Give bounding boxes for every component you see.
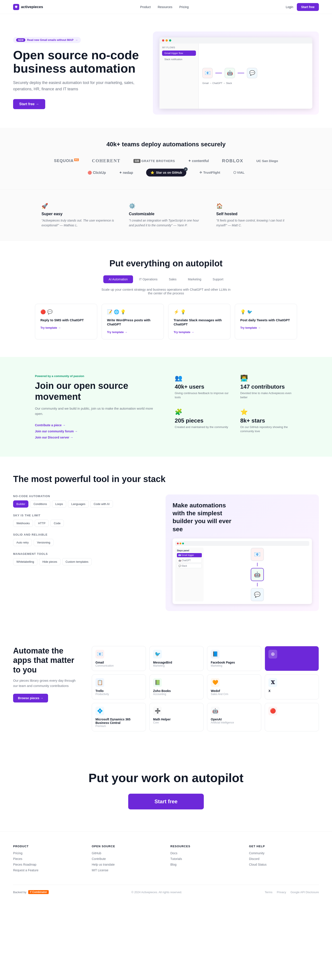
nav-item-resources[interactable]: Resources <box>158 5 172 9</box>
app-card-gmail[interactable]: 📧 Gmail Communication <box>92 646 146 671</box>
footer-terms[interactable]: Terms <box>265 891 272 894</box>
app-card-twitter[interactable]: 𝕏 X <box>265 675 319 699</box>
footer-link-tutorials[interactable]: Tutorials <box>170 857 240 861</box>
logo-gratte: GB GRATTE BROTHERS <box>133 159 175 163</box>
os-link-discord[interactable]: Join our Discord server → <box>35 436 157 439</box>
template-icons-2: 📝 🌐 💡 <box>107 309 158 315</box>
tag-hide-pieces[interactable]: Hide pieces <box>39 558 60 565</box>
tag-loops[interactable]: Loops <box>52 500 66 508</box>
autopilot-title: Put everything on autopilot <box>13 258 319 268</box>
app-card-extra2[interactable]: 🔴 <box>265 703 319 731</box>
app-card-openai[interactable]: 🤖 OpenAI Artificial Intelligence <box>207 703 261 731</box>
tab-support[interactable]: Support <box>207 275 229 283</box>
os-link-forum[interactable]: Join our community forum → <box>35 430 157 433</box>
footer-link-blog[interactable]: Blog <box>170 863 240 866</box>
app-name-gmail: Gmail <box>95 661 142 664</box>
footer-link-contribute[interactable]: Contribute <box>92 857 161 861</box>
feature-group-solid: Solid and reliable Auto retry Versioning <box>13 533 152 546</box>
footer-link-docs[interactable]: Docs <box>170 851 240 855</box>
cta-title: Put your work on autopilot <box>13 771 319 785</box>
tag-versioning[interactable]: Versioning <box>34 539 54 546</box>
template-btn-1[interactable]: Try template → <box>40 326 61 329</box>
template-btn-2[interactable]: Try template → <box>107 331 127 334</box>
group-title-solid: Solid and reliable <box>13 533 152 536</box>
footer-bottom: Backed by Y Combinator © 2024 Activepiec… <box>13 885 319 894</box>
logo-roblox: ROBLOX <box>222 158 243 163</box>
stat-users-icon: 👥 <box>175 374 232 382</box>
github-banner[interactable]: ⭐ Star us on GitHub × <box>146 169 186 177</box>
footer-col-title-product: PRODUCT <box>13 845 83 848</box>
logo-text: activepieces <box>21 5 43 9</box>
tab-description: Scale up your content strategy and busin… <box>100 288 232 295</box>
login-button[interactable]: Login <box>286 5 293 9</box>
app-card-zoho[interactable]: 📗 Zoho Books Accounting <box>149 675 204 699</box>
nav-item-product[interactable]: Product <box>140 5 151 9</box>
tag-whitelabelling[interactable]: Whitelabelling <box>13 558 37 565</box>
footer-link-roadmap[interactable]: Pieces Roadmap <box>13 863 83 866</box>
logo[interactable]: activepieces <box>13 4 43 10</box>
tab-it-operations[interactable]: IT Operations <box>134 275 163 283</box>
automate-section: Automate the apps that matter to you Our… <box>0 628 332 749</box>
footer-copyright: © 2024 Activepieces. All rights reserved… <box>131 891 182 894</box>
badge-arrow-icon: → <box>75 38 78 41</box>
tag-code[interactable]: Code <box>51 520 64 527</box>
tags-mgmt: Whitelabelling Hide pieces Custom templa… <box>13 558 152 565</box>
hero-badge[interactable]: NEW Read new Gmail emails without IMAP → <box>13 37 81 43</box>
logo-vial: ⬡ VIAL <box>233 170 244 175</box>
tag-code-ai[interactable]: Code with AI <box>90 500 113 508</box>
os-description: Our community and we build in public, jo… <box>35 406 157 417</box>
hero-title: Open source no-code business automation <box>13 48 140 75</box>
powerful-right: Make automations with the simplest build… <box>166 495 319 611</box>
open-source-section: Powered by a community of passion Join o… <box>0 357 332 457</box>
app-card-wedof[interactable]: 🧡 Wedof Sales And Crm <box>207 675 261 699</box>
footer-privacy[interactable]: Privacy <box>277 891 286 894</box>
github-close-icon[interactable]: × <box>184 167 188 171</box>
tag-conditions[interactable]: Conditions <box>30 500 50 508</box>
tag-builder[interactable]: Builder <box>13 500 28 508</box>
stat-pieces-desc: Created and maintained by the community <box>175 425 232 429</box>
footer-link-community[interactable]: Community <box>249 851 319 855</box>
app-card-mathhelper[interactable]: ➗ Math Helper Core <box>149 703 204 731</box>
stat-pieces: 🧩 205 pieces Created and maintained by t… <box>175 408 232 433</box>
backed-by: Backed by Y Combinator <box>13 890 49 894</box>
template-icons-4: 💡 🐦 <box>240 309 292 315</box>
template-btn-4[interactable]: Try template → <box>240 326 261 329</box>
tag-webhooks[interactable]: Webhooks <box>13 520 33 527</box>
app-cat-openai: Artificial Intelligence <box>211 721 258 724</box>
feature-self-hosted: 🏠 Self hosted "It feels good to have con… <box>216 203 291 228</box>
app-cat-wedof: Sales And Crm <box>211 693 258 696</box>
tag-auto-retry[interactable]: Auto retry <box>13 539 32 546</box>
stat-stars-desc: On our GitHub repository showing the com… <box>240 425 297 433</box>
browse-pieces-button[interactable]: Browse pieces → <box>13 694 48 702</box>
template-card-4: 💡 🐦 Post daily Tweets with ChatGPT Try t… <box>235 304 297 339</box>
footer-link-pricing[interactable]: Pricing <box>13 851 83 855</box>
app-card-fbpages[interactable]: 📘 Facebook Pages Marketing <box>207 646 261 671</box>
footer-link-cloudstatus[interactable]: Cloud Status <box>249 863 319 866</box>
footer-link-discord[interactable]: Discord <box>249 857 319 861</box>
footer-link-pieces[interactable]: Pieces <box>13 857 83 861</box>
tab-ai-automation[interactable]: AI Automation <box>103 275 133 283</box>
tag-http[interactable]: HTTP <box>35 520 49 527</box>
template-card-1: 🔴 💬 Reply to SMS with ChatGPT Try templa… <box>35 304 97 339</box>
os-links: Contribute a piece → Join our community … <box>35 423 157 439</box>
nav-item-pricing[interactable]: Pricing <box>179 5 189 9</box>
app-card-extra1[interactable]: ⊕ <box>265 646 319 671</box>
cta-start-free-button[interactable]: Start free <box>128 794 204 810</box>
start-free-button[interactable]: Start free <box>297 3 319 11</box>
hero-cta-button[interactable]: Start free → <box>13 99 45 109</box>
os-link-contribute[interactable]: Contribute a piece → <box>35 423 157 427</box>
tab-marketing[interactable]: Marketing <box>183 275 206 283</box>
tag-custom-templates[interactable]: Custom templates <box>62 558 92 565</box>
template-btn-3[interactable]: Try template → <box>174 331 194 334</box>
app-card-trello[interactable]: 📋 Trello Productivity <box>92 675 146 699</box>
footer-google-api[interactable]: Google API Disclosure <box>291 891 319 894</box>
footer-link-github[interactable]: GitHub <box>92 851 161 855</box>
tab-sales[interactable]: Sales <box>164 275 182 283</box>
template-card-3: ⚡ 💡 Translate Slack messages with ChatGP… <box>168 304 231 339</box>
footer-link-license[interactable]: MIT License <box>92 869 161 872</box>
tag-languages[interactable]: Languages <box>68 500 89 508</box>
app-card-messagebird[interactable]: 🐦 MessageBird Marketing <box>149 646 204 671</box>
footer-link-translate[interactable]: Help us translate <box>92 863 161 866</box>
app-card-msdynamics[interactable]: 💠 Microsoft Dynamics 365 Business Centra… <box>92 703 146 731</box>
footer-link-feature[interactable]: Request a Feature <box>13 869 83 872</box>
